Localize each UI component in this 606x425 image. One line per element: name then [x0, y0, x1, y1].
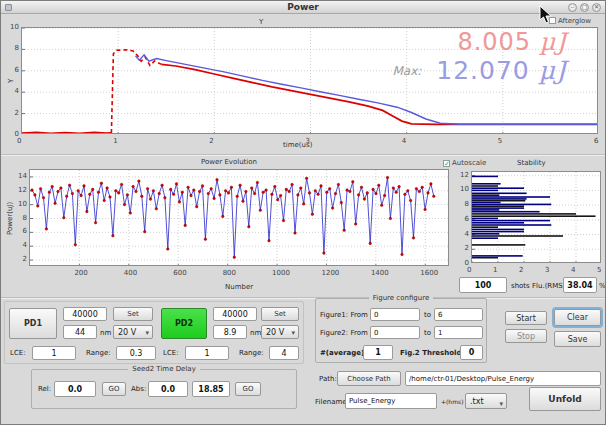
- pd1-voltage-value: 20 V: [118, 328, 136, 337]
- fig2-to-input[interactable]: [434, 326, 483, 339]
- stop-button[interactable]: Stop: [505, 329, 547, 343]
- pd2-voltage-dropdown[interactable]: 20 V ▾: [261, 325, 299, 339]
- filename-label: Filename:: [315, 398, 349, 406]
- fig2-to-label: to: [424, 329, 431, 337]
- save-button[interactable]: Save: [554, 331, 601, 347]
- pd2-range-label: Range:: [239, 349, 264, 357]
- max-energy-readout: Max: 12.070 µJ: [392, 56, 567, 85]
- evolution-title: Power Evolution: [201, 158, 257, 166]
- autoscale-checkbox[interactable]: ✓Autoscale: [443, 159, 486, 167]
- suffix-label: +(hms): [441, 398, 463, 405]
- abs-input[interactable]: [148, 381, 188, 397]
- pd1-range-input[interactable]: [116, 346, 156, 360]
- trace-title: Y: [259, 18, 263, 26]
- fig2-from-input[interactable]: [370, 326, 420, 339]
- evolution-chart[interactable]: [29, 169, 449, 266]
- extension-value: .txt: [470, 397, 484, 406]
- path-label: Path:: [319, 375, 337, 383]
- pd1-lce-label: LCE:: [10, 349, 26, 357]
- current-energy-readout: 8.005 µJ: [457, 28, 567, 56]
- max-energy-unit: µJ: [539, 56, 567, 85]
- pd2-gain-input[interactable]: [213, 307, 257, 321]
- rel-go-button[interactable]: GO: [102, 382, 126, 396]
- minimize-button[interactable]: –: [568, 3, 577, 12]
- start-button[interactable]: Start: [505, 311, 547, 325]
- pd2-wavelength-input[interactable]: [213, 325, 247, 339]
- pd2-set-button[interactable]: Set: [261, 307, 299, 321]
- fig1-label: Figure1: From: [320, 311, 368, 319]
- chevron-down-icon: ▾: [499, 397, 503, 412]
- chevron-down-icon: ▾: [145, 327, 149, 340]
- autoscale-checkbox-box[interactable]: ✓: [443, 160, 450, 167]
- evolution-xlabel: Number: [225, 283, 253, 291]
- autoscale-checkbox-label: Autoscale: [452, 159, 486, 167]
- threshold-input[interactable]: [460, 345, 483, 360]
- separator-bottom: [1, 297, 605, 299]
- abs-total-input[interactable]: [192, 381, 230, 397]
- path-input[interactable]: [405, 371, 601, 386]
- afterglow-checkbox-box[interactable]: [549, 17, 556, 24]
- clear-button[interactable]: Clear: [554, 309, 601, 326]
- title-bar[interactable]: Power – ▢ ✕: [1, 1, 605, 14]
- max-label: Max:: [392, 64, 421, 78]
- pd1-gain-input[interactable]: [63, 307, 107, 321]
- pd1-set-button[interactable]: Set: [113, 307, 153, 321]
- fig1-to-input[interactable]: [434, 308, 483, 321]
- pd2-range-input[interactable]: [269, 346, 299, 360]
- rel-input[interactable]: [54, 381, 96, 397]
- pd2-nm-label: nm: [250, 329, 261, 337]
- choose-path-button[interactable]: Choose Path: [337, 371, 401, 386]
- close-button[interactable]: ✕: [592, 3, 601, 12]
- current-energy-unit: µJ: [540, 28, 567, 56]
- stability-chart[interactable]: [471, 171, 601, 263]
- figure-configure-title: Figure configure: [369, 294, 434, 302]
- separator-top: [1, 154, 605, 156]
- max-energy-value: 12.070: [436, 56, 529, 85]
- pd2-voltage-value: 20 V: [266, 328, 284, 337]
- afterglow-checkbox-label: Afterglow: [558, 17, 591, 25]
- rel-label: Rel:: [38, 385, 51, 393]
- percent-label: %: [599, 282, 606, 290]
- average-input[interactable]: [363, 345, 393, 360]
- seed-delay-title: Seed2 Time Delay: [128, 365, 200, 373]
- pd1-lce-input[interactable]: [32, 346, 76, 360]
- pd1-voltage-dropdown[interactable]: 20 V ▾: [113, 325, 153, 339]
- filename-input[interactable]: [345, 393, 437, 409]
- current-energy-value: 8.005: [457, 28, 531, 56]
- window-title: Power: [1, 2, 605, 12]
- trace-ylabel: Y: [7, 79, 15, 83]
- abs-go-button[interactable]: GO: [235, 382, 261, 396]
- average-label: #(average):: [320, 349, 367, 357]
- chevron-down-icon: ▾: [291, 327, 295, 340]
- afterglow-checkbox[interactable]: Afterglow: [549, 17, 591, 25]
- app-window: Power – ▢ ✕ Y Y 01234560246810 time(us) …: [0, 0, 606, 425]
- fig1-to-label: to: [424, 311, 431, 319]
- pd2-button[interactable]: PD2: [161, 308, 207, 339]
- fig1-from-input[interactable]: [370, 308, 420, 321]
- extension-dropdown[interactable]: .txt ▾: [465, 393, 507, 409]
- pd2-lce-input[interactable]: [185, 346, 229, 360]
- shots-label: shots: [511, 282, 530, 290]
- pd1-nm-label: nm: [100, 329, 111, 337]
- flu-rms-input[interactable]: [563, 277, 597, 293]
- pd2-lce-label: LCE:: [163, 349, 179, 357]
- abs-label: Abs:: [131, 385, 146, 393]
- maximize-button[interactable]: ▢: [580, 3, 589, 12]
- unfold-button[interactable]: Unfold: [529, 387, 601, 411]
- shots-input[interactable]: [459, 277, 507, 293]
- pd1-button[interactable]: PD1: [9, 308, 57, 339]
- pd1-range-label: Range:: [86, 349, 111, 357]
- stability-title: Stability: [517, 159, 546, 167]
- threshold-label: Fig.2 Threshold:: [400, 349, 464, 357]
- pd1-wavelength-input[interactable]: [63, 325, 97, 339]
- trace-xlabel: time(us): [283, 141, 312, 149]
- fig2-label: Figure2: From: [320, 329, 368, 337]
- evolution-ylabel: Power(uJ): [6, 202, 14, 235]
